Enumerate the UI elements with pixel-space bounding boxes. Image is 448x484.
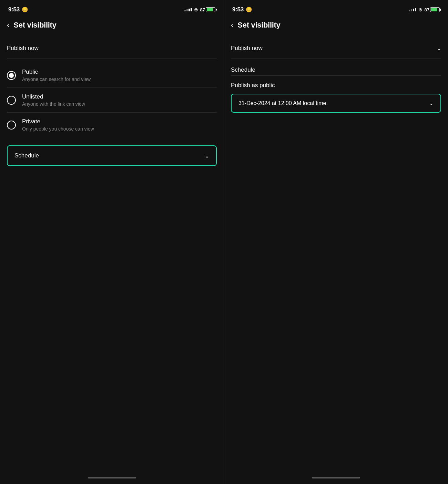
schedule-label-left: Schedule <box>14 152 39 159</box>
home-indicator-left <box>0 470 224 484</box>
chevron-down-publish-right: ⌄ <box>437 45 441 52</box>
signal-dot <box>413 9 414 11</box>
radio-unlisted[interactable] <box>7 96 16 105</box>
status-left: 9:53 😊 <box>8 6 28 13</box>
home-indicator-right <box>224 470 448 484</box>
radio-inner-public <box>9 73 14 78</box>
publish-now-label-right: Publish now <box>231 45 263 52</box>
left-panel: 9:53 😊 ⊜ 87 ‹ Set visibility <box>0 0 224 484</box>
publish-now-left[interactable]: Publish now <box>7 39 217 59</box>
option-public[interactable]: Public Anyone can search for and view <box>7 63 217 87</box>
wifi-icon-left: ⊜ <box>194 7 198 12</box>
option-subtitle-private: Only people you choose can view <box>22 126 94 132</box>
battery-fill-left <box>207 8 213 11</box>
signal-dot <box>415 8 416 11</box>
radio-public[interactable] <box>7 71 16 80</box>
battery-label-right: 87 <box>425 7 429 12</box>
option-text-unlisted: Unlisted Anyone with the link can view <box>22 93 85 107</box>
visibility-options-left: Public Anyone can search for and view Un… <box>7 63 217 137</box>
status-emoji-left: 😊 <box>22 7 28 13</box>
option-title-public: Public <box>22 69 91 75</box>
battery-left: 87 <box>200 7 215 12</box>
content-left: Publish now Public Anyone can search for… <box>0 35 224 470</box>
signal-icon-left <box>184 8 192 11</box>
battery-fill-right <box>431 8 437 11</box>
page-title-right: Set visibility <box>237 21 280 30</box>
publish-now-label-left: Publish now <box>7 45 39 52</box>
status-left-right: 9:53 😊 <box>232 6 252 13</box>
radio-private[interactable] <box>7 121 16 130</box>
status-bar-left: 9:53 😊 ⊜ 87 <box>0 0 224 18</box>
back-button-right[interactable]: ‹ <box>231 21 233 29</box>
page-title-left: Set visibility <box>13 21 56 30</box>
signal-dot <box>189 9 190 11</box>
divider-left <box>7 59 217 59</box>
schedule-box-left[interactable]: Schedule ⌄ <box>7 145 217 166</box>
datetime-label-right: 31-Dec-2024 at 12:00 AM local time <box>238 100 326 106</box>
option-subtitle-public: Anyone can search for and view <box>22 76 91 82</box>
option-subtitle-unlisted: Anyone with the link can view <box>22 101 85 107</box>
signal-icon-right <box>409 8 416 11</box>
status-time-right: 9:53 <box>232 6 244 13</box>
schedule-header-right: Schedule <box>231 62 441 75</box>
page-header-left: ‹ Set visibility <box>0 18 224 35</box>
option-unlisted[interactable]: Unlisted Anyone with the link can view <box>7 87 217 112</box>
publish-now-right[interactable]: Publish now ⌄ <box>231 39 441 59</box>
status-right-right: ⊜ 87 <box>409 7 440 12</box>
signal-dot <box>184 10 186 11</box>
status-time-left: 9:53 <box>8 6 20 13</box>
home-bar-right <box>312 477 360 478</box>
option-text-private: Private Only people you choose can view <box>22 118 94 132</box>
battery-right: 87 <box>425 7 440 12</box>
home-bar-left <box>88 477 136 478</box>
option-private[interactable]: Private Only people you choose can view <box>7 112 217 137</box>
status-right-left: ⊜ 87 <box>184 7 215 12</box>
content-right: Publish now ⌄ Schedule Publish as public… <box>224 35 448 470</box>
divider-right <box>231 59 441 59</box>
right-panel: 9:53 😊 ⊜ 87 ‹ Set visibility <box>224 0 448 484</box>
signal-dot <box>186 9 188 11</box>
back-button-left[interactable]: ‹ <box>7 21 9 29</box>
signal-dot <box>409 10 410 11</box>
option-text-public: Public Anyone can search for and view <box>22 69 91 82</box>
battery-icon-right <box>430 7 440 12</box>
signal-dot <box>191 8 192 11</box>
page-header-right: ‹ Set visibility <box>224 18 448 35</box>
publish-as-public-right: Publish as public <box>231 77 441 94</box>
wifi-icon-right: ⊜ <box>418 7 422 12</box>
option-title-unlisted: Unlisted <box>22 93 85 100</box>
battery-label-left: 87 <box>200 7 205 12</box>
signal-dot <box>411 9 412 11</box>
chevron-down-datetime: ⌄ <box>429 100 434 106</box>
datetime-box-right[interactable]: 31-Dec-2024 at 12:00 AM local time ⌄ <box>231 94 441 113</box>
battery-icon-left <box>206 7 215 12</box>
status-bar-right: 9:53 😊 ⊜ 87 <box>224 0 448 18</box>
chevron-down-icon-left: ⌄ <box>205 153 209 159</box>
status-emoji-right: 😊 <box>246 7 252 13</box>
schedule-section-right: Schedule Publish as public 31-Dec-2024 a… <box>231 62 441 113</box>
divider-schedule <box>231 75 441 76</box>
option-title-private: Private <box>22 118 94 125</box>
